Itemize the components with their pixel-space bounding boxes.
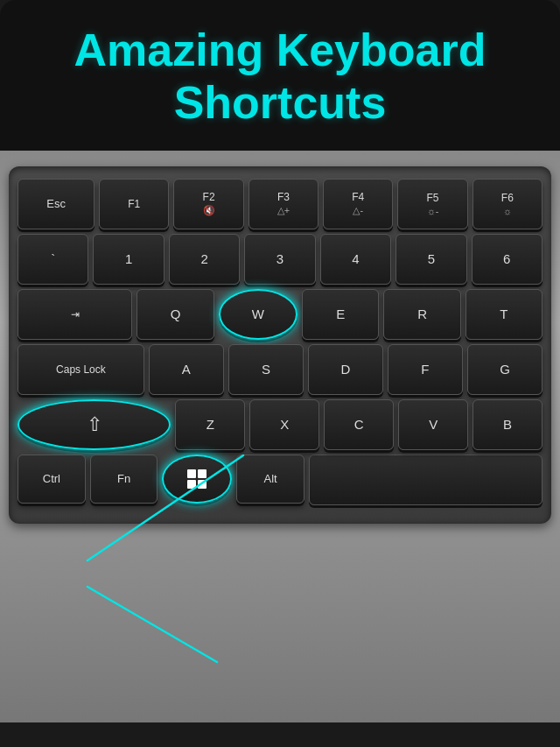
key-windows[interactable] [162,455,232,504]
key-3[interactable]: 3 [244,234,315,285]
key-f6[interactable]: F6 ☼ [472,179,542,229]
key-x[interactable]: X [249,399,319,450]
keyboard-row-4: Caps Lock A S D F G [18,344,542,395]
key-f[interactable]: F [388,344,463,395]
key-ctrl[interactable]: Ctrl [18,455,86,504]
key-shift-left[interactable]: ⇧ [18,399,171,450]
key-2[interactable]: 2 [169,234,240,285]
key-b[interactable]: B [472,399,542,450]
key-6[interactable]: 6 [472,234,542,285]
keyboard: Esc F1 F2 🔇 F3 △+ F4 △- F5 ☼- F6 [9,166,551,524]
keyboard-row-1: Esc F1 F2 🔇 F3 △+ F4 △- F5 ☼- F6 [18,179,542,229]
key-d[interactable]: D [308,344,383,395]
svg-line-0 [88,587,217,662]
key-5[interactable]: 5 [396,234,466,285]
key-f1[interactable]: F1 [99,179,169,229]
key-z[interactable]: Z [175,399,245,450]
windows-icon [187,469,206,489]
key-r[interactable]: R [383,289,460,340]
key-a[interactable]: A [149,344,224,395]
key-f5[interactable]: F5 ☼- [397,179,467,229]
key-w[interactable]: W [219,289,298,340]
key-fn[interactable]: Fn [90,455,158,504]
key-q[interactable]: Q [136,289,214,340]
key-e[interactable]: E [302,289,379,340]
keyboard-wrapper: Esc F1 F2 🔇 F3 △+ F4 △- F5 ☼- F6 [0,151,560,722]
key-t[interactable]: T [466,289,542,340]
header: Amazing Keyboard Shortcuts [0,0,560,151]
key-v[interactable]: V [398,399,468,450]
keyboard-row-6: Ctrl Fn Alt [18,455,542,505]
keyboard-row-5: ⇧ Z X C V B [18,399,542,450]
key-space[interactable] [309,455,542,505]
key-f3[interactable]: F3 △+ [248,179,318,229]
keyboard-row-2: ` 1 2 3 4 5 6 [18,234,542,285]
key-tab[interactable]: ⇥ [18,289,132,340]
key-1[interactable]: 1 [93,234,164,285]
key-backtick[interactable]: ` [18,234,88,285]
key-caps-lock[interactable]: Caps Lock [18,344,144,395]
key-4[interactable]: 4 [320,234,391,285]
key-esc[interactable]: Esc [18,179,94,229]
key-f2[interactable]: F2 🔇 [173,179,243,229]
page-title: Amazing Keyboard Shortcuts [18,25,542,130]
key-s[interactable]: S [228,344,304,395]
keyboard-row-3: ⇥ Q W E R T [18,289,542,340]
key-alt[interactable]: Alt [236,455,304,504]
key-f4[interactable]: F4 △- [323,179,393,229]
key-g[interactable]: G [467,344,542,395]
key-c[interactable]: C [324,399,394,450]
